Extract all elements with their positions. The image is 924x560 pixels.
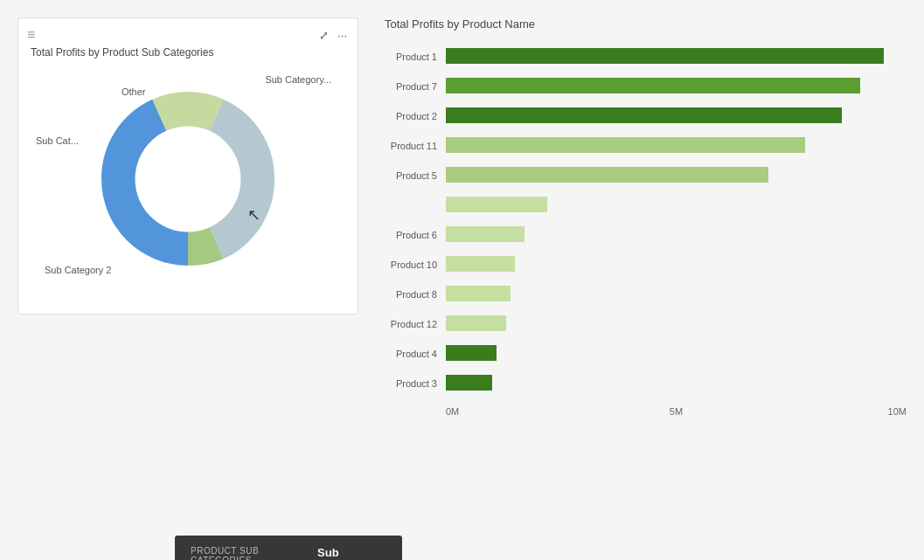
x-tick: 5M xyxy=(600,406,754,417)
bar-row: Product 7 xyxy=(446,74,907,99)
bar-fill xyxy=(446,226,525,242)
bar-chart-title: Total Profits by Product Name xyxy=(385,17,907,31)
bar-row: Product 1 xyxy=(446,45,907,69)
bar-fill xyxy=(446,197,547,212)
bar-label: Product 7 xyxy=(376,81,446,92)
tooltip-row-subcategory: PRODUCT SUB CATEGORIES Sub Category 2 xyxy=(191,546,386,560)
bar-row: Product 6 xyxy=(446,223,907,247)
bar-track xyxy=(446,375,907,392)
bar-row: Product 3 xyxy=(446,371,907,396)
bar-fill xyxy=(446,375,492,391)
left-panel: ≡ ⤢ ··· Total Profits by Product Sub Cat… xyxy=(17,17,358,543)
bar-chart-area: Product 1Product 7Product 2Product 11Pro… xyxy=(376,45,907,543)
bar-track xyxy=(446,256,907,273)
bar-row: Product 2 xyxy=(446,104,907,128)
donut-label-other: Other xyxy=(122,86,146,97)
bar-row: Product 5 xyxy=(446,163,907,188)
x-tick: 0M xyxy=(446,406,600,417)
tooltip-value-subcategory: Sub Category 2 xyxy=(317,546,386,560)
bar-label: Product 3 xyxy=(376,378,446,389)
bar-fill xyxy=(446,167,768,183)
bar-track xyxy=(446,137,907,155)
bar-label: Product 8 xyxy=(376,289,446,300)
drag-handle-icon[interactable]: ≡ xyxy=(27,27,35,43)
x-axis: 0M5M10M xyxy=(446,401,907,417)
bar-track xyxy=(446,197,907,214)
bar-fill xyxy=(446,315,506,331)
bar-row: Product 8 xyxy=(446,282,907,307)
bar-fill xyxy=(446,286,511,301)
bar-track xyxy=(446,48,907,66)
bar-row: Product 12 xyxy=(446,312,907,336)
tooltip-label-subcategory: PRODUCT SUB CATEGORIES xyxy=(191,546,300,560)
bar-row: Product 10 xyxy=(446,252,907,277)
bar-label: Product 12 xyxy=(376,319,446,329)
donut-chart-card: ≡ ⤢ ··· Total Profits by Product Sub Cat… xyxy=(17,17,358,315)
bar-label: Product 10 xyxy=(376,259,446,270)
bar-label: Product 4 xyxy=(376,349,446,359)
bar-track xyxy=(446,107,907,125)
donut-label-subcategory-left: Sub Cat... xyxy=(36,135,79,146)
bar-track xyxy=(446,78,907,95)
donut-chart-title: Total Profits by Product Sub Categories xyxy=(31,46,349,59)
svg-point-0 xyxy=(135,127,241,232)
bar-track xyxy=(446,226,907,244)
bar-track xyxy=(446,315,907,333)
card-actions: ⤢ ··· xyxy=(317,29,349,42)
bar-label: Product 6 xyxy=(376,230,446,240)
bar-row xyxy=(446,193,907,218)
bar-label: Product 5 xyxy=(376,170,446,181)
donut-svg xyxy=(92,83,284,275)
bar-row: Product 4 xyxy=(446,342,907,366)
bar-fill xyxy=(446,256,515,272)
bar-row: Product 11 xyxy=(446,134,907,158)
bar-fill xyxy=(446,48,884,64)
bar-fill xyxy=(446,137,805,153)
bar-track xyxy=(446,345,907,363)
bar-fill xyxy=(446,78,860,93)
bar-track xyxy=(446,167,907,184)
more-options-button[interactable]: ··· xyxy=(336,29,349,42)
bar-fill xyxy=(446,107,842,123)
bar-track xyxy=(446,286,907,303)
dashboard: ≡ ⤢ ··· Total Profits by Product Sub Cat… xyxy=(0,0,924,560)
donut-label-subcategory-2: Sub Category 2 xyxy=(45,265,111,275)
card-header: ≡ ⤢ ··· xyxy=(27,27,349,43)
bar-fill xyxy=(446,345,497,361)
x-tick: 10M xyxy=(753,406,907,417)
donut-container: Other Sub Category... Sub Cat... Sub Cat… xyxy=(27,66,349,293)
right-panel: Total Profits by Product Name Product 1P… xyxy=(376,17,907,543)
bar-label: Product 11 xyxy=(376,141,446,151)
cursor-icon: ↖ xyxy=(247,205,261,225)
bar-label: Product 1 xyxy=(376,52,446,62)
expand-button[interactable]: ⤢ xyxy=(317,29,330,42)
bar-label: Product 2 xyxy=(376,111,446,121)
donut-label-subcategory-top: Sub Category... xyxy=(265,74,331,85)
tooltip: PRODUCT SUB CATEGORIES Sub Category 2 TO… xyxy=(175,536,402,560)
